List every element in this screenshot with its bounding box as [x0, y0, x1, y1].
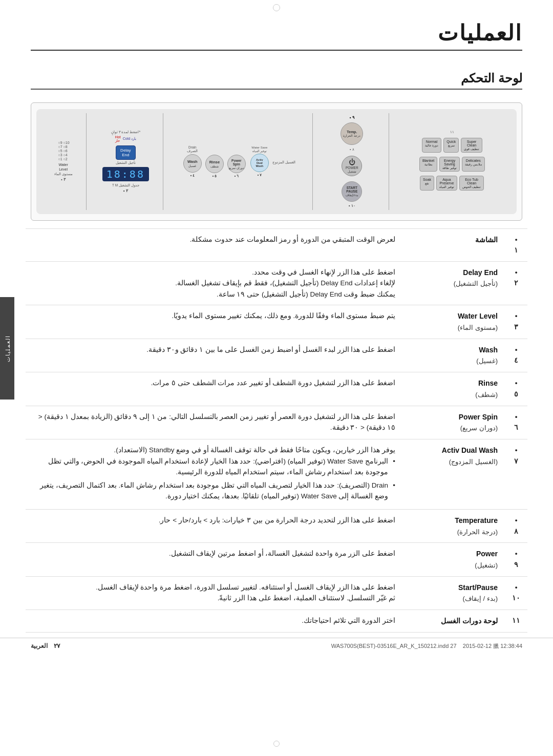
cp-buttons-section: Drainالصرف Wash غسيل • ٤ Rinse شطف • ٥ — [165, 113, 313, 210]
cp-watersave-btn[interactable]: ActivDualWash — [250, 154, 269, 172]
cp-energy-btn[interactable]: EnergySavingتوفير طاقة — [439, 157, 460, 172]
bottom-decoration-circle — [273, 741, 280, 747]
row-content-7: يوفر هذا الزر خيارين، ويكون متاحًا فقط ف… — [26, 439, 402, 510]
control-panel-area: ○9 ○10 ○7 ○8 ○5 ○6 ○3 ○4 ○1 ○2 Water Lev… — [31, 102, 522, 221]
cp-quick-btn[interactable]: Quickسريع — [443, 138, 459, 153]
cp-rinse-group: Rinse شطف • ٥ — [204, 144, 225, 178]
table-row: • ١٠ Start/Pause (بدء / إيقاف) اضغط على … — [26, 576, 527, 610]
side-tab: العمليات — [0, 297, 14, 400]
cp-cold-label: Cold بارد — [123, 137, 136, 141]
cp-ecotub-btn[interactable]: Eco TubCleanتنظيف الحوض — [459, 176, 484, 191]
cp-temp-row: Hotحار Cold بارد — [115, 135, 136, 143]
cp-delicates-btn[interactable]: Delicatesملابس رقيقة — [462, 157, 485, 172]
row-number-8: • ٨ — [505, 510, 527, 543]
row-number-9: • ٩ — [505, 543, 527, 576]
cp-soak-btn[interactable]: Soakنقع — [420, 176, 434, 191]
row-label-3: Water Level (مستوى الماء) — [402, 305, 505, 339]
footer-file-name: WAS700S(BEST)-03516E_AR_K_150212.indd 27 — [331, 643, 457, 649]
cp-delay-number: • ٢ — [123, 188, 128, 193]
cp-dot9: • ٩ — [350, 115, 354, 120]
row-content-10: اضغط على هذا الزر لإيقاف الغسل أو استئنا… — [26, 576, 402, 610]
page-container: العمليات العمليات لوحة التحكم ○9 ○10 ○7 … — [0, 0, 553, 756]
cp-powerspin-btn[interactable]: PowerSpin دوران سريع — [227, 155, 246, 173]
cp-tm-label: T M جدول التشغيل — [112, 183, 139, 187]
footer-date: 2015-02-12 臘 12:38:44 — [463, 643, 522, 649]
cp-programs-row2: Blanketبطانية EnergySavingتوفير طاقة Del… — [395, 156, 508, 173]
table-row: ١١ لوحة دورات الغسل اختر الدورة التي تلا… — [26, 610, 527, 633]
page-footer: WAS700S(BEST)-03516E_AR_K_150212.indd 27… — [0, 638, 553, 654]
row-label-10: Start/Pause (بدء / إيقاف) — [402, 576, 505, 610]
cp-numbers-section: ○9 ○10 ○7 ○8 ○5 ○6 ○3 ○4 ○1 ○2 Water Lev… — [40, 113, 87, 210]
cp-hot-label: Hotحار — [115, 135, 121, 143]
side-tab-text: العمليات — [4, 335, 11, 362]
cp-delay-btn[interactable]: DelayEnd — [116, 145, 135, 160]
cp-power-group: ⏻ POWER تشغيل — [341, 155, 363, 177]
instructions-table: • ١ الشاشة لعرض الوقت المتبقي من الدورة … — [26, 228, 527, 633]
row-number-3: • ٣ — [505, 305, 527, 339]
section-title-area: لوحة التحكم — [0, 66, 553, 97]
cp-spin-number: • ٦ — [235, 174, 239, 178]
row-label-5: Rinse (شطف) — [402, 372, 505, 406]
table-row: • ٢ Delay End (تأجيل التشغيل) اضغط على ه… — [26, 261, 527, 305]
table-row: • ٤ Wash (غسيل) اضغط على هذا الزر لبدء ا… — [26, 339, 527, 372]
cp-superclean-btn[interactable]: SuperCleanتنظيف قوي — [461, 138, 482, 153]
cp-normal-btn[interactable]: Normalدورة عالية — [422, 138, 442, 153]
row-content-1: لعرض الوقت المتبقي من الدورة أو رمز المع… — [26, 228, 402, 261]
cp-rinse-btn[interactable]: Rinse شطف — [205, 155, 224, 173]
row-number-1: • ١ — [505, 228, 527, 261]
row-number-4: • ٤ — [505, 339, 527, 372]
cp-temp-power-section: • ٩ Temp. درجة الحرارة • ٨ ⏻ POWER تشغيل — [315, 113, 389, 210]
cp-temp-btn[interactable]: Temp. درجة الحرارة — [341, 122, 363, 145]
section-underline — [31, 89, 522, 90]
cp-temp-sublabel: • ٨ — [350, 148, 354, 152]
cp-activ-sublabel: الغسيل المزدوج — [272, 160, 295, 164]
table-row: • ١ الشاشة لعرض الوقت المتبقي من الدورة … — [26, 228, 527, 261]
cp-watersave-group: Water Saveتوفير المياه ActivDualWash • ٧ — [249, 146, 270, 177]
cp-start-btn[interactable]: STARTPAUSE بدء/إيقاف — [342, 181, 362, 202]
table-row: • ٥ Rinse (شطف) اضغط على هذا الزر لتشغيل… — [26, 372, 527, 406]
row-content-9: اضغط على الزر مرة واحدة لتشغيل الغسالة، … — [26, 543, 402, 576]
table-row: • ٩ Power (تشغيل) اضغط على الزر مرة واحد… — [26, 543, 527, 576]
cp-delay-btn-area: DelayEnd تأجيل التشغيل — [115, 144, 136, 165]
footer-right-area: ٢٧ العربية — [31, 642, 60, 649]
row-content-6: اضغط على هذا الزر لتشغيل دورة العصر أو ت… — [26, 406, 402, 439]
table-row: • ٣ Water Level (مستوى الماء) يتم ضبط مس… — [26, 305, 527, 339]
cp-arabic-hold-note: اضغط لمدة ٣ ثوانٍ* — [111, 130, 141, 134]
cp-delay-sublabel: تأجيل التشغيل — [116, 161, 136, 165]
cp-temp-group: • ٩ Temp. درجة الحرارة • ٨ — [339, 115, 364, 152]
row-label-8: Temperature (درجة الحرارة) — [402, 510, 505, 543]
row-content-2: اضغط على هذا الزر لإنهاء الغسل في وقت مح… — [26, 261, 402, 305]
cp-power-btn[interactable]: ⏻ POWER تشغيل — [342, 156, 362, 176]
row-label-4: Wash (غسيل) — [402, 339, 505, 372]
cp-programs-row3: Soakنقع AquaPreserveتوفير المياه Eco Tub… — [395, 175, 508, 192]
cp-number-column: ○9 ○10 ○7 ○8 ○5 ○6 ○3 ○4 ○1 ○2 — [58, 141, 70, 161]
cp-start-number: • ١٠ — [349, 204, 355, 208]
cp-aqua-btn[interactable]: AquaPreserveتوفير المياه — [436, 176, 457, 191]
table-row: • ٧ Activ Dual Wash (الغسيل المزدوج) يوف… — [26, 439, 527, 510]
row-label-11: لوحة دورات الغسل — [402, 610, 505, 633]
cp-programs-title: ١١ — [395, 130, 508, 134]
cp-wash-number: • ٤ — [190, 174, 195, 178]
row-content-5: اضغط على هذا الزر لتشغيل دورة الشطف أو ت… — [26, 372, 402, 406]
cp-programs-row1: Normalدورة عالية Quickسريع SuperCleanتنظ… — [395, 137, 508, 154]
cp-display: 18:88 — [102, 167, 149, 181]
row-number-10: • ١٠ — [505, 576, 527, 610]
row-label-2: Delay End (تأجيل التشغيل) — [402, 261, 505, 305]
instructions-table-wrapper: • ١ الشاشة لعرض الوقت المتبقي من الدورة … — [26, 228, 527, 633]
row-content-3: يتم ضبط مستوى الماء وفقًا للدورة. ومع ذل… — [26, 305, 402, 339]
cp-bottom-labels: Water Level مستوى الماء • ٣ — [54, 163, 73, 182]
top-decoration-circle — [273, 4, 280, 11]
table-row: • ٦ Power Spin (دوران سريع) اضغط على هذا… — [26, 406, 527, 439]
main-title: العمليات — [31, 20, 522, 46]
cp-wash-btn[interactable]: Wash غسيل — [183, 154, 202, 173]
row-content-8: اضغط على هذا الزر لتحديد درجة الحرارة من… — [26, 510, 402, 543]
row-number-5: • ٥ — [505, 372, 527, 406]
cp-drain-label: Drainالصرف — [187, 145, 198, 153]
row-label-9: Power (تشغيل) — [402, 543, 505, 576]
control-panel: ○9 ○10 ○7 ○8 ○5 ○6 ○3 ○4 ○1 ○2 Water Lev… — [36, 109, 517, 214]
cp-blanket-btn[interactable]: Blanketبطانية — [419, 157, 437, 172]
row-content-4: اضغط على هذا الزر لبدء الغسل أو اضبط زمن… — [26, 339, 402, 372]
row-content-11: اختر الدورة التي تلائم احتياجاتك. — [26, 610, 402, 633]
row-number-6: • ٦ — [505, 406, 527, 439]
row-label-7: Activ Dual Wash (الغسيل المزدوج) — [402, 439, 505, 510]
